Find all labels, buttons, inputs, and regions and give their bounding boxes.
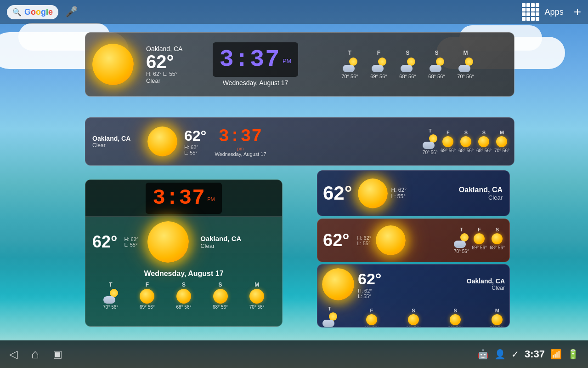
wifi-icon: 📶 (550, 349, 562, 360)
sunny-icon-3 (478, 136, 489, 147)
weather-widget-5[interactable]: 62° H: 62° L: 55° T 70° 56° F 69° 56° S … (317, 218, 510, 262)
bottom-time: 3:37 (525, 348, 545, 360)
widget3-ampm: PM (207, 196, 215, 201)
search-bar[interactable]: 🔍 Google (7, 5, 58, 19)
partly-cloud-icon-2 (401, 58, 415, 72)
weather-widget-2[interactable]: Oakland, CA Clear 62° H: 62° L: 55° 3:37… (85, 117, 514, 166)
nav-left: ◁ ⌂ ▣ (9, 347, 62, 362)
widget3-bottom-forecast: Wednesday, August 17 T 70° 56° F 69° 56°… (85, 267, 282, 312)
widget2-forecast: T 70° 56° F 69° 56° S 68° 56° S 68° 56° … (270, 126, 514, 157)
widget4-location: Oakland, CA (459, 186, 503, 194)
widget2-high: H: 62° (184, 144, 206, 150)
forecast-day-3: S 68° 56° (424, 50, 449, 79)
w6-fc-1: F 69° 56° (364, 308, 379, 328)
google-logo: Google (24, 7, 53, 17)
widget1-date: Wednesday, August 17 (223, 79, 288, 86)
widget3-clock-block: 3:37 PM (85, 180, 282, 217)
w3-fc-4: M 70° 56° (249, 282, 265, 310)
widget3-sun-icon (147, 221, 189, 263)
widget1-sun-icon (92, 44, 134, 85)
widget2-low: L: 55° (184, 150, 206, 155)
w6-fc-4: M 70° 56° (490, 308, 505, 328)
widget1-time: 3:37 (220, 46, 281, 73)
weather-widget-1[interactable]: Oakland, CA 62° H: 62° L: 55° Clear 3:37… (85, 32, 514, 97)
widget6-high: H: 62° (358, 288, 381, 293)
forecast-day-1: F 69° 56° (366, 50, 391, 79)
weather-widget-3[interactable]: 3:37 PM 62° H: 62° L: 55° Oakland, CA Cl… (85, 179, 283, 327)
widget5-low: L: 55° (357, 241, 371, 246)
back-button[interactable]: ◁ (9, 348, 17, 361)
w2-fc-2: S 68° 56° (458, 130, 474, 153)
widget3-high: H: 62° (124, 236, 138, 242)
partly-cloud-icon-3 (430, 58, 444, 72)
widget4-condition: Clear (459, 194, 503, 201)
widget2-sun-icon (147, 126, 177, 156)
widget6-condition: Clear (467, 285, 505, 291)
widget3-main: 62° H: 62° L: 55° Oakland, CA Clear (85, 217, 282, 267)
add-button[interactable]: + (574, 5, 581, 19)
partly-cloud-icon-4 (458, 58, 473, 72)
w2-fc-0: T 70° 56° (423, 128, 438, 155)
user-icon: 👤 (494, 349, 506, 360)
widget3-low: L: 55° (124, 242, 138, 247)
w6-fc-0: T 70° 56° (322, 306, 337, 328)
w2-fc-3: S 68° 56° (476, 130, 492, 153)
widget1-clock-block: 3:37 PM Wednesday, August 17 (209, 38, 301, 91)
widget2-temp: 62° (184, 127, 206, 144)
widget2-sun-area (145, 124, 180, 159)
widget2-clock-block: 3:37 pm Wednesday, August 17 (211, 124, 270, 159)
w3-sun-1 (140, 289, 154, 304)
widget5-sun-icon (376, 225, 406, 255)
apps-label[interactable]: Apps (545, 7, 564, 17)
recents-button[interactable]: ▣ (53, 348, 62, 360)
widget4-high: H: 62° (391, 187, 407, 193)
widget4-location-block: Oakland, CA Clear (459, 186, 509, 201)
widget3-date: Wednesday, August 17 (92, 270, 275, 278)
widget1-condition: Clear (146, 77, 204, 84)
widget2-date: Wednesday, August 17 (215, 151, 266, 157)
widget3-time: 3:37 (153, 186, 205, 210)
w6-fc-2: S 68° 56° (406, 308, 421, 328)
w6-fc-3: S 68° 56° (448, 308, 463, 328)
weather-widget-4[interactable]: 62° H: 62° L: 55° Oakland, CA Clear (317, 170, 510, 216)
sunny-icon-2 (460, 136, 471, 147)
widget1-forecast: T 70° 56° F 69° 56° S 68° 56° (301, 47, 514, 81)
widget6-temp: 62° (358, 270, 381, 288)
w3-sun-2 (176, 289, 191, 304)
widget1-hilo: H: 62° L: 55° (146, 71, 204, 77)
topbar-right: Apps + (522, 3, 581, 21)
widget2-location-block: Oakland, CA Clear (85, 131, 145, 152)
home-button[interactable]: ⌂ (31, 347, 39, 362)
battery-icon: 🔋 (567, 349, 579, 360)
apps-grid-icon[interactable] (522, 3, 539, 21)
android-icon: 🤖 (477, 349, 489, 360)
widget5-temp: 62° (317, 230, 355, 250)
widget3-condition: Clear (200, 242, 241, 249)
w3-fc-0: T 70° 56° (103, 282, 118, 310)
widget2-time: 3:37 (219, 126, 262, 146)
widget4-low: L: 55° (391, 193, 407, 200)
widget5-high: H: 62° (357, 235, 371, 241)
w5-fc-1: F 69° 56° (472, 227, 487, 254)
widget1-temp: 62° (146, 52, 204, 71)
w5-fc-2: S 68° 56° (490, 227, 505, 254)
w2-fc-1: F 69° 56° (441, 130, 456, 153)
forecast-day-0: T 70° 56° (337, 50, 362, 79)
widget1-location-block: Oakland, CA 62° H: 62° L: 55° Clear (141, 41, 209, 88)
widget6-sun-icon (322, 268, 354, 300)
widget6-low: L: 55° (358, 293, 381, 299)
widget2-ampm: pm (237, 146, 244, 151)
w3-fc-2: S 68° 56° (176, 282, 191, 310)
weather-widget-6[interactable]: 62° H: 62° L: 55° Oakland, CA Clear T 70… (317, 264, 510, 328)
widget1-clock: 3:37 PM (213, 42, 299, 77)
sunny-icon-4 (496, 136, 507, 147)
widget3-temp: 62° (92, 232, 117, 252)
widget2-temp-block: 62° H: 62° L: 55° (180, 125, 211, 158)
bottombar: ◁ ⌂ ▣ 🤖 👤 ✓ 3:37 📶 🔋 (0, 340, 588, 368)
topbar: 🔍 Google 🎤 Apps + (0, 0, 588, 24)
microphone-icon[interactable]: 🎤 (65, 6, 78, 18)
widget5-forecast: T 70° 56° F 69° 56° S 68° 56° (408, 227, 509, 254)
sunny-icon (442, 136, 453, 147)
widget1-ampm: PM (283, 58, 292, 64)
widget4-sun-icon (358, 178, 388, 208)
